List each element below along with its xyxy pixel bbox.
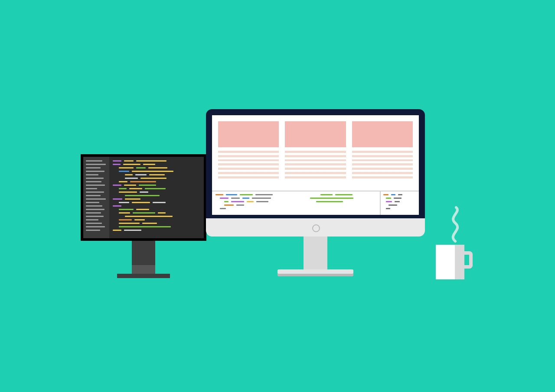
mug-shade [455,245,464,279]
devtools-panel [212,191,419,215]
layout-card-row [212,115,419,147]
layout-text-col [285,151,346,178]
devtools-main [212,191,380,215]
code-monitor-base [117,274,170,278]
design-monitor-stand [304,236,327,272]
layout-card [218,121,279,147]
code-monitor-screen [83,157,204,238]
workspace-illustration [0,0,555,392]
design-monitor-screen [212,115,419,215]
steam-icon [442,206,468,245]
code-editor-body [109,157,204,238]
devtools-side [380,191,419,215]
layout-text-col [352,151,413,178]
layout-card [352,121,413,147]
camera-icon [312,224,320,232]
code-file-sidebar [83,157,109,238]
code-monitor-stand-lower [132,265,155,274]
layout-text-row [212,147,419,178]
layout-card [285,121,346,147]
layout-text-col [218,151,279,178]
design-monitor-base [278,269,353,274]
mug-handle [463,251,473,269]
